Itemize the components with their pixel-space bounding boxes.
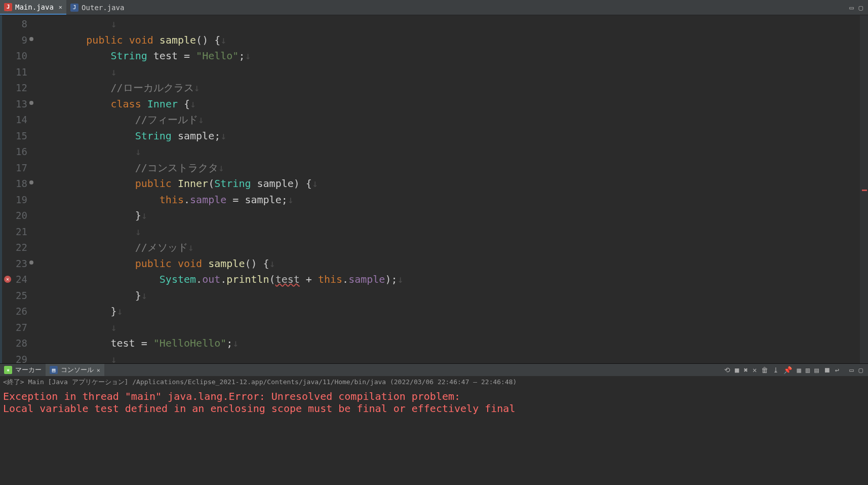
open-console-icon[interactable]: ▥	[806, 366, 810, 374]
console-line: Exception in thread "main" java.lang.Err…	[3, 390, 865, 402]
java-file-icon: J	[70, 4, 78, 12]
code-editor[interactable]: 89101112131415161718192021222324✕2526272…	[0, 15, 868, 363]
clear-console-icon[interactable]: 🗑	[761, 366, 768, 374]
code-line[interactable]: }↓	[37, 288, 868, 304]
code-line[interactable]: //メソッド↓	[37, 240, 868, 256]
error-marker[interactable]: ✕	[4, 276, 11, 283]
code-line[interactable]: public void sample() {↓	[37, 32, 868, 49]
console-icon: ▤	[50, 366, 58, 374]
line-number: 26	[8, 304, 32, 320]
tab-outer-java[interactable]: J Outer.java	[66, 0, 128, 15]
code-line[interactable]: public Inner(String sample) {↓	[37, 176, 868, 192]
close-icon[interactable]: ✕	[97, 367, 100, 374]
code-line[interactable]: ↓	[37, 64, 868, 81]
code-line[interactable]: }↓	[37, 304, 868, 320]
code-line[interactable]: test = "HelloHello";↓	[37, 335, 868, 352]
console-toolbar: ⟲■✖✕🗑⤓📌▦▥▤⏹↩	[724, 366, 844, 374]
maximize-icon[interactable]: ▢	[859, 366, 863, 374]
line-number: 10	[8, 48, 32, 64]
minimize-icon[interactable]: ▭	[849, 366, 853, 374]
editor-tab-bar: J Main.java ✕ J Outer.java ▭ ▢	[0, 0, 868, 15]
terminate-icon[interactable]: ⏹	[823, 366, 831, 374]
new-console-icon[interactable]: ▤	[814, 366, 818, 374]
line-number: 18	[8, 176, 32, 192]
line-number: 13	[8, 96, 32, 113]
scroll-lock-icon[interactable]: ⤓	[773, 366, 779, 374]
annotation-ruler	[2, 15, 8, 363]
console-output[interactable]: Exception in thread "main" java.lang.Err…	[0, 388, 868, 485]
code-line[interactable]: //フィールド↓	[37, 112, 868, 128]
line-number: 24✕	[8, 272, 32, 288]
console-line: Local variable test defined in an enclos…	[3, 402, 865, 415]
line-number: 9	[8, 32, 32, 49]
line-number: 17	[8, 160, 32, 176]
annotation-marker	[29, 260, 33, 265]
line-number: 23	[8, 256, 32, 272]
maximize-icon[interactable]: ▢	[859, 4, 863, 12]
remove-all-icon[interactable]: ✖	[744, 366, 748, 374]
tab-label: Outer.java	[82, 4, 124, 12]
line-number: 8	[8, 16, 32, 32]
tab-label: マーカー	[15, 365, 42, 375]
code-line[interactable]: System.out.println(test + this.sample);↓	[37, 272, 868, 288]
code-line[interactable]: ↓	[37, 352, 868, 364]
console-launch-info: <終了> Main [Java アプリケーション] /Applications/…	[0, 376, 868, 388]
code-line[interactable]: String sample;↓	[37, 128, 868, 144]
remove-icon[interactable]: ✕	[753, 366, 757, 374]
line-number: 15	[8, 128, 32, 144]
bottom-tab-bar: ✶ マーカー ▤ コンソール ✕ ⟲■✖✕🗑⤓📌▦▥▤⏹↩ ▭ ▢	[0, 364, 868, 376]
line-number: 11	[8, 64, 32, 81]
pin-icon[interactable]: 📌	[783, 366, 792, 374]
stop-icon[interactable]: ■	[735, 366, 739, 374]
line-number: 16	[8, 144, 32, 160]
minimize-icon[interactable]: ▭	[849, 4, 853, 12]
code-line[interactable]: class Inner {↓	[37, 96, 868, 113]
line-number: 27	[8, 320, 32, 336]
code-line[interactable]: public void sample() {↓	[37, 256, 868, 272]
annotation-marker	[29, 180, 33, 184]
code-line[interactable]: //コンストラクタ↓	[37, 160, 868, 176]
java-error-icon: J	[4, 3, 12, 11]
display-selected-icon[interactable]: ▦	[797, 366, 801, 374]
markers-icon: ✶	[4, 366, 12, 374]
bottom-panel: ✶ マーカー ▤ コンソール ✕ ⟲■✖✕🗑⤓📌▦▥▤⏹↩ ▭ ▢ <終了> M…	[0, 363, 868, 485]
link-icon[interactable]: ⟲	[724, 366, 730, 374]
line-number-gutter: 89101112131415161718192021222324✕2526272…	[8, 15, 32, 363]
code-line[interactable]: this.sample = sample;↓	[37, 192, 868, 208]
code-line[interactable]: ↓	[37, 224, 868, 240]
line-number: 20	[8, 208, 32, 224]
annotation-marker	[29, 101, 33, 105]
line-number: 22	[8, 240, 32, 256]
code-line[interactable]: String test = "Hello";↓	[37, 48, 868, 64]
code-line[interactable]: ↓	[37, 144, 868, 160]
annotation-marker	[29, 37, 33, 41]
overview-error-marker[interactable]	[862, 190, 867, 191]
tab-console[interactable]: ▤ コンソール ✕	[46, 364, 104, 376]
tab-label: Main.java	[15, 3, 54, 11]
line-number: 12	[8, 80, 32, 96]
line-number: 29	[8, 352, 32, 364]
tab-main-java[interactable]: J Main.java ✕	[0, 0, 66, 15]
line-number: 28	[8, 335, 32, 352]
close-icon[interactable]: ✕	[59, 4, 62, 11]
tab-label: コンソール	[61, 365, 94, 375]
code-line[interactable]: ↓	[37, 320, 868, 336]
line-number: 25	[8, 288, 32, 304]
code-area[interactable]: ↓ public void sample() {↓ String test = …	[32, 15, 868, 363]
code-line[interactable]: ↓	[37, 16, 868, 32]
tab-markers[interactable]: ✶ マーカー	[0, 364, 46, 376]
line-number: 21	[8, 224, 32, 240]
overview-ruler[interactable]	[860, 15, 868, 363]
line-number: 19	[8, 192, 32, 208]
wrap-icon[interactable]: ↩	[835, 366, 839, 374]
line-number: 14	[8, 112, 32, 128]
code-line[interactable]: //ローカルクラス↓	[37, 80, 868, 96]
code-line[interactable]: }↓	[37, 208, 868, 224]
